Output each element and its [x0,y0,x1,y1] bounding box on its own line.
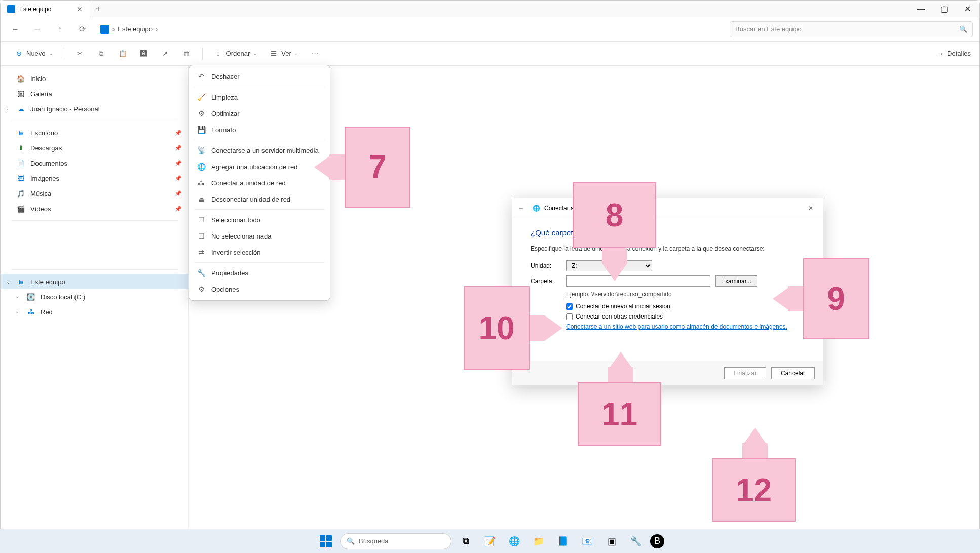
taskbar-app-terminal[interactable]: ▣ [601,531,622,551]
ctx-format[interactable]: 💾Formato [189,122,330,138]
close-button[interactable]: ✕ [956,1,979,17]
rename-icon: 🅰 [139,49,148,58]
website-link[interactable]: Conectarse a un sitio web para usarlo co… [566,323,805,330]
pc-icon [100,25,109,34]
sort-icon: ↕ [214,49,223,58]
reconnect-checkbox[interactable] [566,303,573,310]
taskbar-app-word[interactable]: 📘 [553,531,573,551]
tab-close-icon[interactable]: ✕ [76,5,84,13]
sidebar-item-videos[interactable]: 🎬Vídeos📌 [1,201,188,216]
taskbar-app-misc2[interactable]: B [650,534,664,548]
sidebar-item-desktop[interactable]: 🖥Escritorio📌 [1,125,188,140]
sidebar-item-music[interactable]: 🎵Música📌 [1,186,188,201]
taskbar-app-explorer[interactable]: 📁 [529,531,549,551]
delete-button[interactable]: 🗑 [177,46,196,61]
ctx-selectall[interactable]: ☐Seleccionar todo [189,212,330,228]
ctx-cleanup[interactable]: 🧹Limpieza [189,89,330,105]
browse-button[interactable]: Examinar... [715,275,757,287]
folder-input[interactable] [566,275,710,287]
ctx-undo[interactable]: ↶Deshacer [189,68,330,85]
share-button[interactable]: ↗ [156,46,175,61]
titlebar: Este equipo ✕ ＋ — ▢ ✕ [1,1,979,17]
chevron-right-icon: › [112,25,115,33]
chevron-down-icon[interactable]: ⌄ [6,279,10,285]
cloud-icon: ☁ [16,104,25,113]
breadcrumb[interactable]: › Este equipo › [96,21,724,37]
trash-icon: 🗑 [182,49,191,58]
dialog-close-button[interactable]: ✕ [805,202,817,214]
taskbar-search[interactable]: 🔍Búsqueda [340,533,451,549]
othercreds-label: Conectar con otras credenciales [576,313,663,320]
callout-7: 7 [345,127,410,208]
sidebar-item-downloads[interactable]: ⬇Descargas📌 [1,140,188,155]
othercreds-row: Conectar con otras credenciales [566,313,805,320]
callout-12: 12 [712,458,796,522]
invert-icon: ⇄ [197,248,205,256]
sort-button[interactable]: ↕ Ordenar ⌄ [209,46,262,61]
ctx-optimize[interactable]: ⚙Optimizar [189,105,330,122]
ctx-selectnone[interactable]: ☐No seleccionar nada [189,228,330,244]
cut-button[interactable]: ✂ [70,46,90,61]
ctx-disconnect[interactable]: ⏏Desconectar unidad de red [189,191,330,207]
back-icon[interactable]: ← [518,205,529,212]
sidebar-item-pictures[interactable]: 🖼Imágenes📌 [1,171,188,186]
copy-icon: ⧉ [97,49,106,58]
pin-icon: 📌 [175,145,182,151]
chevron-right-icon[interactable]: › [16,309,18,315]
ctx-properties[interactable]: 🔧Propiedades [189,265,330,281]
paste-icon: 📋 [118,49,127,58]
chevron-right-icon[interactable]: › [6,106,8,112]
view-button[interactable]: ☰ Ver ⌄ [264,46,304,61]
copy-button[interactable]: ⧉ [92,46,111,61]
refresh-button[interactable]: ⟳ [74,21,90,37]
network-icon: 🖧 [26,307,35,317]
taskbar-app-notepad[interactable]: 📝 [480,531,500,551]
dialog-header: ← 🌐 Conectar a unidad de red ✕ [512,198,823,218]
window-tab[interactable]: Este equipo ✕ [1,1,90,17]
taskview-button[interactable]: ⧉ [456,531,476,551]
chevron-right-icon[interactable]: › [16,294,18,300]
window-controls: — ▢ ✕ [909,1,979,17]
example-text: Ejemplo: \\servidor\recurso_compartido [566,291,805,298]
finish-button[interactable]: Finalizar [724,367,766,379]
pin-icon: 📌 [175,206,182,212]
taskbar-app-misc1[interactable]: 🔧 [626,531,646,551]
share-icon: ↗ [161,49,170,58]
ctx-options[interactable]: ⚙Opciones [189,281,330,297]
up-button[interactable]: ↑ [52,21,68,37]
ctx-addnetloc[interactable]: 🌐Agregar una ubicación de red [189,159,330,175]
pin-icon: 📌 [175,175,182,182]
sidebar-item-localdisk[interactable]: ›💽Disco local (C:) [1,289,188,304]
pictures-icon: 🖼 [16,174,25,183]
sidebar-item-onedrive[interactable]: ›☁Juan Ignacio - Personal [1,101,188,116]
back-button[interactable]: ← [7,21,23,37]
search-input[interactable]: Buscar en Este equipo 🔍 [730,21,973,37]
cancel-button[interactable]: Cancelar [771,367,815,379]
callout-11: 11 [578,382,661,446]
forward-button[interactable]: → [29,21,46,37]
sidebar-item-documents[interactable]: 📄Documentos📌 [1,155,188,171]
taskbar-app-outlook[interactable]: 📧 [577,531,597,551]
breadcrumb-item[interactable]: Este equipo [118,25,153,33]
sidebar-item-gallery[interactable]: 🖼Galería [1,86,188,101]
ctx-mediaserver[interactable]: 📡Conectarse a un servidor multimedia [189,142,330,159]
sidebar-item-home[interactable]: 🏠Inicio [1,71,188,86]
othercreds-checkbox[interactable] [566,313,573,320]
ctx-invertsel[interactable]: ⇄Invertir selección [189,244,330,260]
maximize-button[interactable]: ▢ [932,1,956,17]
new-button[interactable]: ⊕ Nuevo ⌄ [9,46,58,61]
minimize-button[interactable]: — [909,1,932,17]
paste-button[interactable]: 📋 [113,46,132,61]
ctx-mapdrive[interactable]: 🖧Conectar a unidad de red [189,175,330,191]
more-button[interactable]: ⋯ [306,46,325,61]
taskbar-app-edge[interactable]: 🌐 [504,531,524,551]
sidebar-item-thispc[interactable]: ⌄🖥Este equipo [1,274,188,289]
broom-icon: 🧹 [197,93,205,101]
sidebar-item-network[interactable]: ›🖧Red [1,304,188,320]
details-icon: ▭ [935,49,944,58]
start-button[interactable] [316,531,336,551]
details-pane-button[interactable]: ▭ Detalles [935,49,971,58]
dialog-title: ¿Qué carpeta de red desea asignar? [531,228,805,237]
rename-button[interactable]: 🅰 [134,46,154,61]
new-tab-button[interactable]: ＋ [90,4,106,14]
